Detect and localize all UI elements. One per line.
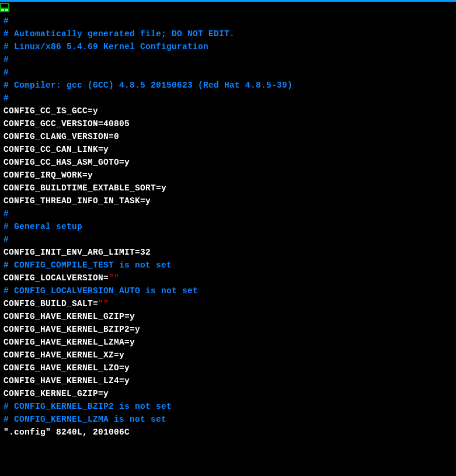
code-text: CONFIG_CC_IS_GCC=y [4,106,98,116]
code-text: CONFIG_KERNEL_GZIP=y [4,389,109,398]
code-line: # [4,15,456,27]
code-text: CONFIG_IRQ_WORK=y [4,171,93,180]
code-line: # [4,66,456,79]
code-text: # [4,93,9,103]
code-segment: CONFIG_LOCALVERSION= [4,273,109,283]
code-line: CONFIG_HAVE_KERNEL_GZIP=y [4,310,456,323]
code-line: # Compiler: gcc (GCC) 4.8.5 20150623 (Re… [4,79,456,92]
code-text: # CONFIG_KERNEL_LZMA is not set [4,415,166,424]
code-text: CONFIG_CC_HAS_ASM_GOTO=y [4,158,130,167]
code-line: # [4,207,456,220]
status-char-count: 201006C [93,428,130,437]
code-line: # Automatically generated file; DO NOT E… [4,27,456,40]
code-line: CONFIG_LOCALVERSION="" [4,272,456,284]
status-line-count: 8240L, [56,428,88,437]
code-text: # Linux/x86 5.4.69 Kernel Configuration [4,42,208,51]
code-text: CONFIG_CC_CAN_LINK=y [4,145,109,154]
code-line: CONFIG_HAVE_KERNEL_XZ=y [4,349,456,362]
code-segment: "" [109,273,119,283]
code-text: CONFIG_HAVE_KERNEL_LZ4=y [4,376,130,385]
code-text: CONFIG_GCC_VERSION=40805 [4,119,130,128]
code-text: CONFIG_CLANG_VERSION=0 [4,132,119,141]
code-text: # [4,68,9,77]
code-line: CONFIG_CC_HAS_ASM_GOTO=y [4,156,456,169]
code-line: CONFIG_INIT_ENV_ARG_LIMIT=32 [4,246,456,259]
code-line: # CONFIG_COMPILE_TEST is not set [4,259,456,272]
code-text: CONFIG_HAVE_KERNEL_GZIP=y [4,312,135,321]
terminal-viewport[interactable]: ## Automatically generated file; DO NOT … [0,2,456,439]
code-line: CONFIG_BUILDTIME_EXTABLE_SORT=y [4,182,456,194]
code-line: CONFIG_HAVE_KERNEL_LZMA=y [4,336,456,349]
code-text: CONFIG_HAVE_KERNEL_XZ=y [4,350,124,360]
code-line: CONFIG_GCC_VERSION=40805 [4,117,456,130]
code-line: CONFIG_HAVE_KERNEL_LZ4=y [4,374,456,387]
code-text: # CONFIG_KERNEL_BZIP2 is not set [4,402,172,411]
code-line: CONFIG_BUILD_SALT="" [4,297,456,310]
code-line: CONFIG_HAVE_KERNEL_LZO=y [4,362,456,374]
code-text: # [4,209,9,218]
code-text: # Automatically generated file; DO NOT E… [4,29,235,39]
code-line: # [4,53,456,66]
code-line: # CONFIG_KERNEL_LZMA is not set [4,413,456,426]
code-text: # CONFIG_COMPILE_TEST is not set [4,260,172,270]
code-text: CONFIG_THREAD_INFO_IN_TASK=y [4,196,151,206]
code-text: CONFIG_HAVE_KERNEL_LZO=y [4,363,130,373]
code-line: CONFIG_CC_IS_GCC=y [4,105,456,117]
code-text: CONFIG_HAVE_KERNEL_BZIP2=y [4,325,140,334]
code-line: # [4,92,456,105]
code-segment: "" [98,299,109,308]
code-line: CONFIG_KERNEL_GZIP=y [4,387,456,400]
code-text: CONFIG_INIT_ENV_ARG_LIMIT=32 [4,248,151,257]
putty-icon [0,3,9,12]
code-text: CONFIG_HAVE_KERNEL_LZMA=y [4,338,135,347]
code-text: CONFIG_BUILDTIME_EXTABLE_SORT=y [4,183,166,193]
code-line: CONFIG_IRQ_WORK=y [4,169,456,182]
code-line: CONFIG_CLANG_VERSION=0 [4,130,456,143]
code-line: # General setup [4,220,456,233]
vim-status-line: ".config" 8240L, 201006C [4,426,456,439]
code-line: CONFIG_THREAD_INFO_IN_TASK=y [4,194,456,207]
code-text: # CONFIG_LOCALVERSION_AUTO is not set [4,286,198,296]
code-line: # CONFIG_LOCALVERSION_AUTO is not set [4,284,456,297]
code-text: # Compiler: gcc (GCC) 4.8.5 20150623 (Re… [4,81,293,90]
code-segment: CONFIG_BUILD_SALT= [4,299,98,308]
code-line: # CONFIG_KERNEL_BZIP2 is not set [4,400,456,413]
code-line: CONFIG_CC_CAN_LINK=y [4,143,456,156]
code-line: CONFIG_HAVE_KERNEL_BZIP2=y [4,323,456,336]
code-text: # [4,16,9,26]
code-line: # Linux/x86 5.4.69 Kernel Configuration [4,40,456,53]
code-text: # General setup [4,222,82,231]
code-text: # [4,235,9,244]
status-filename: ".config" [4,428,51,437]
code-line: # [4,233,456,246]
code-text: # [4,55,9,64]
